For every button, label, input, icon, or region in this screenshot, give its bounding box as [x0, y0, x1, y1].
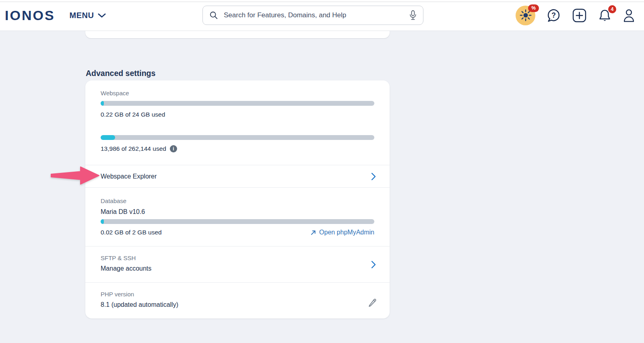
svg-text:?: ?: [551, 11, 556, 19]
add-button[interactable]: [572, 8, 587, 23]
menu-button[interactable]: MENU: [70, 11, 106, 20]
database-engine: Maria DB v10.6: [101, 208, 374, 216]
search-icon: [209, 11, 218, 20]
info-icon[interactable]: i: [170, 145, 177, 152]
webspace-explorer-row[interactable]: Webspace Explorer: [85, 165, 390, 187]
database-storage-text: 0.02 GB of 2 GB used: [101, 229, 162, 236]
chevron-right-icon: [371, 261, 376, 269]
webspace-files-row: 13,986 of 262,144 used i: [101, 145, 374, 152]
webspace-section: Webspace 0.22 GB of 24 GB used 13,986 of…: [85, 80, 390, 165]
account-button[interactable]: [623, 8, 635, 23]
promotions-button[interactable]: %: [516, 6, 535, 25]
manage-accounts-label: Manage accounts: [101, 265, 374, 272]
webspace-files-text: 13,986 of 262,144 used: [101, 145, 166, 152]
database-storage-fill: [101, 219, 104, 224]
window-top-hairline: [0, 2, 644, 2]
sftp-label: SFTP & SSH: [101, 255, 374, 261]
page-title: Advanced settings: [86, 69, 155, 78]
webspace-storage-fill: [101, 101, 104, 106]
open-phpmyadmin-label: Open phpMyAdmin: [319, 229, 374, 236]
header-action-icons: % ? 4: [516, 0, 635, 31]
microphone-icon[interactable]: [409, 10, 417, 21]
advanced-settings-card: Webspace 0.22 GB of 24 GB used 13,986 of…: [85, 80, 390, 318]
database-label: Database: [101, 197, 374, 204]
chevron-down-icon: [98, 13, 106, 18]
database-section: Database Maria DB v10.6 0.02 GB of 2 GB …: [85, 187, 390, 246]
webspace-storage-text: 0.22 GB of 24 GB used: [101, 111, 374, 118]
help-button[interactable]: ?: [546, 8, 561, 23]
chevron-right-icon: [371, 173, 376, 181]
php-label: PHP version: [101, 291, 374, 298]
plus-icon: [572, 8, 587, 23]
search-input[interactable]: [223, 11, 409, 20]
sftp-ssh-row[interactable]: SFTP & SSH Manage accounts: [85, 246, 390, 282]
annotation-arrow: [51, 164, 101, 188]
open-phpmyadmin-link[interactable]: Open phpMyAdmin: [310, 229, 374, 236]
webspace-storage-progressbar: [101, 101, 374, 106]
external-link-icon: [310, 230, 316, 236]
notifications-button[interactable]: 4: [598, 8, 612, 23]
ionos-logo[interactable]: IONOS: [5, 8, 55, 23]
help-bubble-icon: ?: [546, 8, 561, 23]
database-storage-progressbar: [101, 219, 374, 224]
search-bar[interactable]: [202, 6, 423, 25]
webspace-files-fill: [101, 135, 115, 140]
top-navigation-bar: IONOS MENU: [0, 0, 644, 31]
user-icon: [623, 8, 635, 23]
webspace-label: Webspace: [101, 90, 374, 97]
promo-badge: %: [528, 4, 539, 12]
webspace-files-progressbar: [101, 135, 374, 140]
notification-badge: 4: [608, 5, 616, 13]
php-version-row: PHP version 8.1 (updated automatically): [85, 282, 390, 318]
menu-label: MENU: [70, 11, 94, 20]
webspace-explorer-label: Webspace Explorer: [101, 173, 157, 180]
ionos-control-panel: IONOS MENU: [0, 0, 644, 343]
php-value: 8.1 (updated automatically): [101, 301, 374, 308]
pencil-icon: [368, 298, 377, 307]
database-usage-row: 0.02 GB of 2 GB used Open phpMyAdmin: [101, 229, 374, 236]
edit-php-version-button[interactable]: [368, 298, 377, 308]
